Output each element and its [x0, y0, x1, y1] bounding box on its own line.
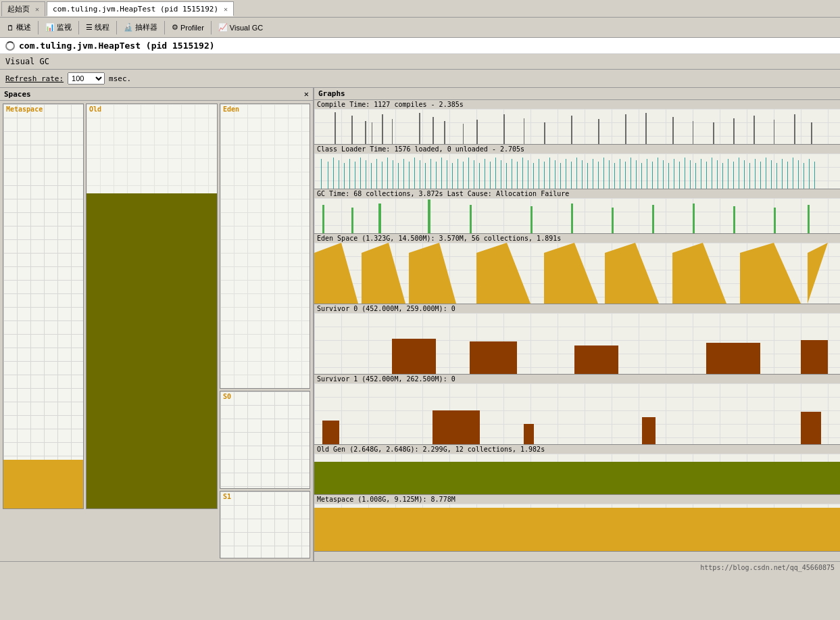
svg-rect-48 [441, 158, 442, 189]
svg-marker-134 [476, 243, 530, 304]
survivor1-title: Survivor 1 (452.000M, 262.500M): 0 [314, 375, 840, 383]
svg-rect-29 [339, 160, 339, 189]
metaspace-graph-fill [314, 508, 840, 551]
toolbar-btn-threads[interactable]: ☰ 线程 [82, 21, 114, 34]
svg-rect-5 [392, 119, 393, 144]
svg-rect-42 [409, 162, 410, 189]
metaspace-space: Metaspace [3, 103, 84, 509]
tab-start-close[interactable]: ✕ [35, 5, 39, 13]
old-label: Old [88, 105, 103, 114]
tab-heaptest-close[interactable]: ✕ [224, 5, 228, 13]
svg-rect-93 [685, 158, 685, 189]
sampler-label: 抽样器 [135, 22, 157, 32]
svg-rect-87 [652, 162, 653, 189]
eden-grid-bg [220, 104, 310, 388]
svg-rect-51 [458, 159, 458, 189]
svg-rect-115 [804, 163, 804, 189]
refresh-icon [5, 41, 15, 51]
svg-rect-9 [463, 124, 464, 144]
profiler-label: Profiler [180, 24, 204, 32]
status-url: https://blog.csdn.net/qq_45660875 [700, 564, 835, 571]
separator-1 [38, 21, 39, 34]
svg-rect-1 [351, 116, 353, 144]
svg-rect-121 [428, 199, 430, 233]
svg-rect-39 [393, 160, 393, 189]
svg-marker-133 [409, 243, 456, 304]
toolbar-btn-profiler[interactable]: ⚙ Profiler [168, 22, 208, 33]
svg-rect-11 [503, 114, 505, 144]
toolbar-btn-sampler[interactable]: 🔬 抽样器 [120, 21, 162, 34]
monitor-label: 监视 [57, 22, 72, 32]
svg-rect-75 [587, 163, 588, 189]
svg-rect-67 [544, 162, 545, 189]
svg-rect-126 [652, 205, 654, 233]
svg-rect-147 [524, 424, 534, 444]
svg-rect-112 [787, 162, 788, 189]
eden-graph-title: Eden Space (1.323G, 14.500M): 3.570M, 56… [314, 234, 840, 243]
tab-start-label: 起始页 [7, 4, 30, 14]
svg-rect-101 [728, 159, 728, 189]
survivor1-graph [314, 383, 840, 444]
svg-rect-146 [433, 410, 480, 444]
toolbar-btn-visualgc[interactable]: 📈 Visual GC [214, 22, 267, 33]
svg-rect-85 [641, 163, 642, 189]
svg-rect-30 [344, 163, 345, 189]
graphs-title: Graphs [314, 88, 840, 100]
svg-rect-106 [755, 159, 756, 189]
classloader-title: Class Loader Time: 1576 loaded, 0 unload… [314, 145, 840, 153]
toolbar-btn-monitor[interactable]: 📊 监视 [41, 21, 76, 34]
svg-rect-66 [539, 159, 539, 189]
svg-rect-143 [706, 343, 760, 374]
svg-rect-34 [366, 160, 366, 189]
toolbar-btn-overview[interactable]: 🗒 概述 [3, 21, 35, 34]
svg-rect-118 [322, 205, 324, 233]
old-fill [87, 193, 217, 508]
svg-rect-15 [598, 119, 599, 144]
svg-rect-130 [808, 205, 810, 233]
compile-section: Compile Time: 1127 compiles - 2.385s [314, 100, 840, 145]
oldgen-cursor [556, 454, 558, 486]
svg-rect-20 [713, 122, 714, 144]
svg-rect-142 [574, 345, 618, 374]
spaces-panel: Spaces ✕ Metaspace Old Eden [0, 88, 314, 561]
svg-rect-2 [365, 121, 366, 144]
eden-space: Eden [220, 103, 310, 389]
svg-rect-109 [771, 160, 772, 189]
svg-rect-23 [774, 120, 774, 144]
monitor-icon: 📊 [45, 23, 55, 32]
svg-rect-41 [403, 159, 404, 189]
metaspace-fill [3, 460, 83, 508]
svg-rect-97 [706, 162, 707, 189]
gctime-title: GC Time: 68 collections, 3.872s Last Cau… [314, 189, 840, 198]
tab-start[interactable]: 起始页 ✕ [1, 1, 45, 16]
svg-rect-22 [753, 116, 755, 144]
svg-rect-12 [524, 118, 524, 144]
svg-rect-104 [744, 160, 745, 189]
svg-rect-80 [614, 163, 615, 189]
tab-heaptest[interactable]: com.tuling.jvm.HeapTest (pid 1515192) ✕ [47, 1, 234, 16]
svg-rect-103 [739, 158, 739, 189]
svg-rect-56 [485, 159, 485, 189]
metaspace-label: Metaspace [5, 105, 44, 114]
spaces-close-btn[interactable]: ✕ [304, 89, 309, 99]
oldgen-section: Old Gen (2.648G, 2.648G): 2.299G, 12 col… [314, 445, 840, 495]
spaces-header: Spaces ✕ [0, 88, 313, 101]
oldgen-title: Old Gen (2.648G, 2.648G): 2.299G, 12 col… [314, 445, 840, 454]
svg-rect-35 [371, 163, 372, 189]
svg-rect-76 [593, 159, 593, 189]
svg-rect-89 [663, 160, 664, 189]
separator-3 [116, 21, 117, 34]
svg-rect-72 [571, 162, 572, 189]
title-bar: com.tuling.jvm.HeapTest (pid 1515192) [0, 38, 840, 54]
svg-rect-88 [658, 158, 658, 189]
eden-section: Eden Space (1.323G, 14.500M): 3.570M, 56… [314, 234, 840, 304]
svg-rect-19 [693, 121, 693, 144]
refresh-select[interactable]: 100 200 500 1000 [68, 72, 105, 85]
svg-rect-43 [414, 158, 415, 189]
svg-rect-98 [712, 158, 712, 189]
svg-rect-99 [717, 160, 718, 189]
svg-rect-82 [625, 162, 626, 189]
compile-chart [314, 109, 840, 144]
process-title: com.tuling.jvm.HeapTest (pid 1515192) [19, 41, 215, 51]
graphs-panel[interactable]: Graphs Compile Time: 1127 compiles - 2.3… [314, 88, 840, 561]
